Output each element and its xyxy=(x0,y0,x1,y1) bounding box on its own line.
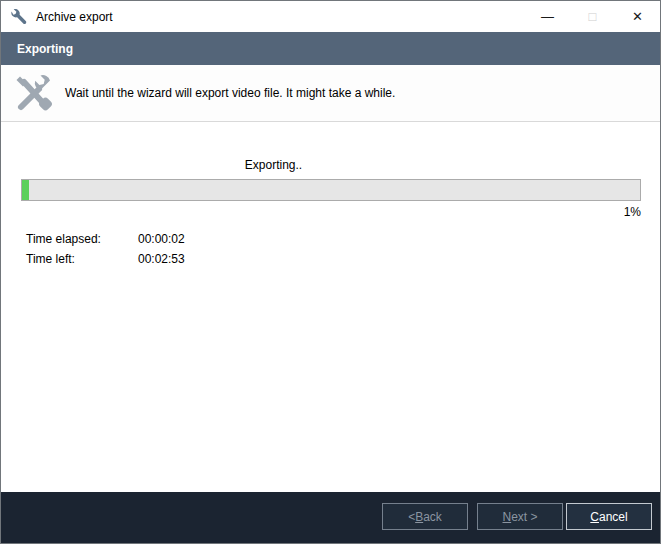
footer-bar: < Back Next > Cancel xyxy=(1,492,660,543)
time-left-value: 00:02:53 xyxy=(138,252,185,266)
step-header: Exporting xyxy=(1,32,660,65)
next-button-post: ext > xyxy=(511,510,537,524)
time-elapsed-value: 00:00:02 xyxy=(138,232,185,246)
cancel-button-post: ancel xyxy=(599,510,628,524)
cancel-button[interactable]: Cancel xyxy=(566,503,652,530)
cancel-button-mnemonic: C xyxy=(590,510,599,524)
back-button-mnemonic: B xyxy=(415,510,423,524)
back-button[interactable]: < Back xyxy=(382,503,468,530)
progress-fill xyxy=(22,180,29,200)
time-elapsed-label: Time elapsed: xyxy=(26,232,101,246)
archive-export-dialog: Archive export — □ ✕ Exporting Wait unti… xyxy=(0,0,661,544)
maximize-button: □ xyxy=(570,1,615,32)
next-button-mnemonic: N xyxy=(502,510,511,524)
info-strip: Wait until the wizard will export video … xyxy=(1,65,660,122)
minimize-button[interactable]: — xyxy=(525,1,570,32)
back-button-pre: < xyxy=(408,510,415,524)
back-button-post: ack xyxy=(423,510,442,524)
window-title: Archive export xyxy=(36,10,113,24)
tools-icon xyxy=(13,73,53,113)
info-text: Wait until the wizard will export video … xyxy=(65,86,395,100)
caption-buttons: — □ ✕ xyxy=(525,1,660,32)
wrench-icon xyxy=(10,8,28,26)
progress-bar xyxy=(21,179,641,201)
progress-percent: 1% xyxy=(21,205,641,219)
step-title: Exporting xyxy=(17,42,73,56)
close-button[interactable]: ✕ xyxy=(615,1,660,32)
progress-label: Exporting.. xyxy=(21,158,526,172)
time-left-label: Time left: xyxy=(26,252,75,266)
title-bar: Archive export — □ ✕ xyxy=(1,1,660,32)
next-button[interactable]: Next > xyxy=(477,503,563,530)
